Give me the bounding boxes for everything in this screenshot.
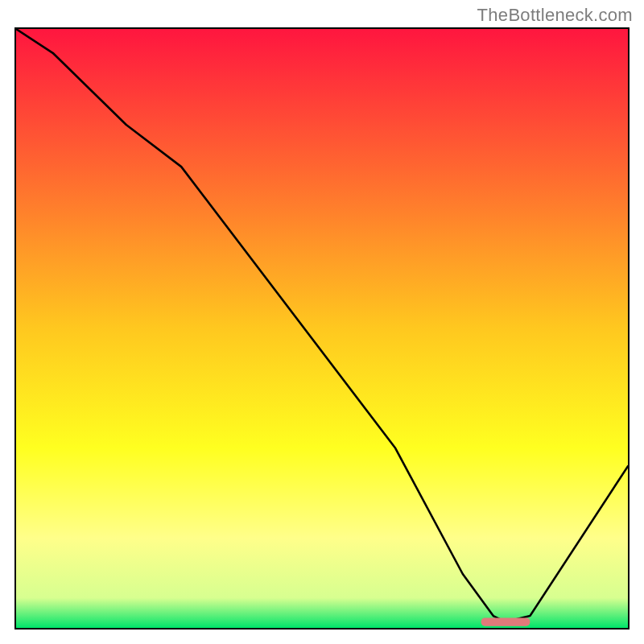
chart-container: TheBottleneck.com — [0, 0, 644, 644]
chart-background — [16, 29, 628, 628]
plot-area — [14, 27, 630, 630]
optimal-range-marker — [481, 617, 530, 625]
watermark-text: TheBottleneck.com — [477, 5, 633, 26]
chart-svg — [16, 29, 628, 628]
